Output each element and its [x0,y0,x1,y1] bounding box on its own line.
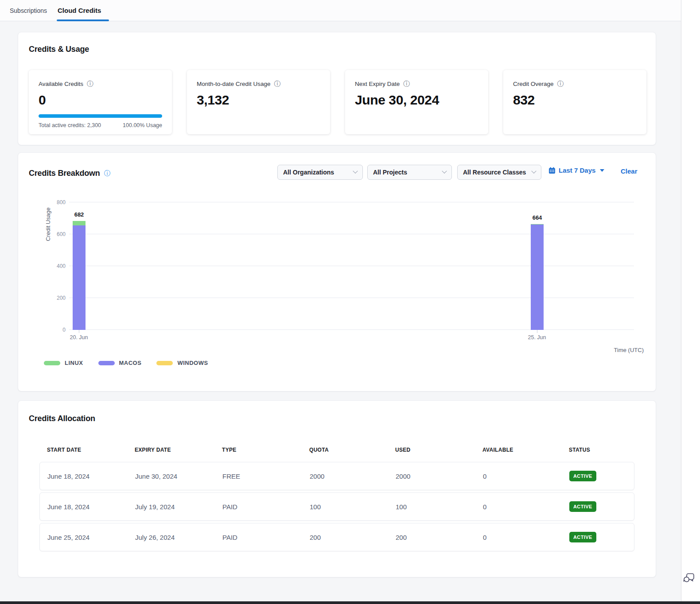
next-expiry-value: June 30, 2024 [355,93,478,108]
resource-classes-filter[interactable]: All Resource Classes [457,165,541,180]
resource-classes-filter-value: All Resource Classes [463,169,526,176]
cell-expiry-date: July 19, 2024 [128,503,215,511]
chevron-down-icon [531,169,536,174]
col-quota: QUOTA [302,447,388,453]
gridline [69,202,634,202]
x-tick-label: 25. Jun [519,334,555,341]
tab-bar: Subscriptions Cloud Credits [0,0,681,21]
stacked-bar[interactable]: 664 [531,224,544,330]
info-icon[interactable]: ⓘ [274,80,281,88]
credit-usage-progress-fill [39,114,162,118]
col-type: TYPE [214,447,302,453]
cell-quota: 100 [302,503,388,511]
next-expiry-card: Next Expiry Date ⓘ June 30, 2024 [345,70,488,134]
bar-total-label: 682 [74,211,84,218]
support-chat-button[interactable] [682,571,696,585]
info-icon[interactable]: ⓘ [557,80,564,88]
date-range-picker[interactable]: Last 7 Days [548,166,604,174]
mtd-usage-value: 3,132 [197,93,320,108]
credit-overage-value: 832 [513,93,637,108]
x-tick [79,330,79,333]
available-credits-value: 0 [39,93,162,108]
allocation-table-body: June 18, 2024June 30, 2024FREE200020000A… [39,462,634,554]
cell-used: 200 [388,534,475,541]
status-badge: ACTIVE [569,532,596,542]
chart-plot: Credit Usage Time (UTC) LINUXMACOSWINDOW… [69,202,634,330]
right-gutter [681,0,700,601]
y-tick-label: 200 [44,295,66,301]
credits-allocation-panel: Credits Allocation START DATE EXPIRY DAT… [18,400,656,577]
cell-expiry-date: July 26, 2024 [128,534,215,541]
cell-start-date: June 25, 2024 [40,534,128,541]
credit-usage-progress [39,114,162,118]
window-bottom-edge [0,601,700,604]
col-used: USED [388,447,475,453]
cell-type: PAID [215,503,302,511]
cloud-credits-page: Subscriptions Cloud Credits Credits & Us… [0,0,700,604]
cell-status: ACTIVE [562,532,634,542]
info-icon[interactable]: ⓘ [87,80,93,88]
legend-swatch [98,361,115,365]
cell-available: 0 [475,503,562,511]
legend-item-macos[interactable]: MACOS [98,360,142,366]
cell-type: FREE [215,472,302,480]
legend-label: LINUX [65,360,83,366]
table-row: June 25, 2024July 26, 2024PAID2002000ACT… [39,523,634,551]
col-status: STATUS [561,447,634,453]
organizations-filter[interactable]: All Organizations [277,165,363,180]
y-tick-label: 400 [44,263,66,269]
chevron-down-icon [442,169,447,174]
status-badge: ACTIVE [569,501,596,512]
table-row: June 18, 2024July 19, 2024PAID1001000ACT… [39,492,634,521]
status-badge: ACTIVE [569,471,596,481]
calendar-icon [548,167,556,174]
projects-filter-value: All Projects [373,169,407,176]
chart-legend: LINUXMACOSWINDOWS [44,360,208,366]
bar-segment-macos [73,225,86,330]
y-axis-title: Credit Usage [45,200,51,249]
gridline [69,298,634,298]
cell-start-date: June 18, 2024 [40,472,128,480]
cell-type: PAID [215,534,302,541]
stacked-bar[interactable]: 682 [73,221,86,330]
credit-overage-label: Credit Overage [513,81,554,87]
bar-segment-linux [73,221,86,225]
credit-overage-label-row: Credit Overage ⓘ [513,80,637,88]
clear-filters-button[interactable]: Clear [621,167,638,175]
cell-used: 2000 [388,472,475,480]
x-tick-label: 20. Jun [61,334,97,341]
credits-allocation-title: Credits Allocation [29,414,95,423]
cell-status: ACTIVE [562,501,634,512]
total-active-credits: Total active credits: 2,300 [39,122,101,128]
info-icon[interactable]: ⓘ [403,80,410,88]
credits-usage-title: Credits & Usage [29,45,89,54]
y-tick-label: 800 [44,199,66,205]
col-start-date: START DATE [39,447,127,453]
cell-quota: 200 [302,534,388,541]
tab-subscriptions[interactable]: Subscriptions [10,0,47,21]
cell-status: ACTIVE [562,471,634,481]
next-expiry-label: Next Expiry Date [355,81,400,87]
caret-down-icon [600,169,604,172]
available-credits-card: Available Credits ⓘ 0 Total active credi… [29,70,172,134]
allocation-table-header: START DATE EXPIRY DATE TYPE QUOTA USED A… [39,447,634,453]
available-credits-label: Available Credits [39,81,83,87]
available-credits-label-row: Available Credits ⓘ [39,80,162,88]
chat-bubbles-icon [682,571,696,585]
info-icon[interactable]: ⓘ [104,170,110,178]
gridline [69,266,634,266]
legend-item-windows[interactable]: WINDOWS [156,360,208,366]
y-tick-label: 600 [44,231,66,237]
cell-used: 100 [388,503,475,511]
cell-quota: 2000 [302,472,388,480]
tab-cloud-credits[interactable]: Cloud Credits [58,0,101,21]
available-credits-footer: Total active credits: 2,300 100.00% Usag… [39,122,162,128]
bar-total-label: 664 [533,214,542,221]
credits-breakdown-title-row: Credits Breakdown ⓘ [29,169,110,178]
credit-overage-card: Credit Overage ⓘ 832 [503,70,646,134]
col-expiry-date: EXPIRY DATE [127,447,214,453]
date-range-value: Last 7 Days [559,166,595,174]
projects-filter[interactable]: All Projects [367,165,452,180]
gridline [69,329,634,330]
legend-item-linux[interactable]: LINUX [44,360,83,366]
